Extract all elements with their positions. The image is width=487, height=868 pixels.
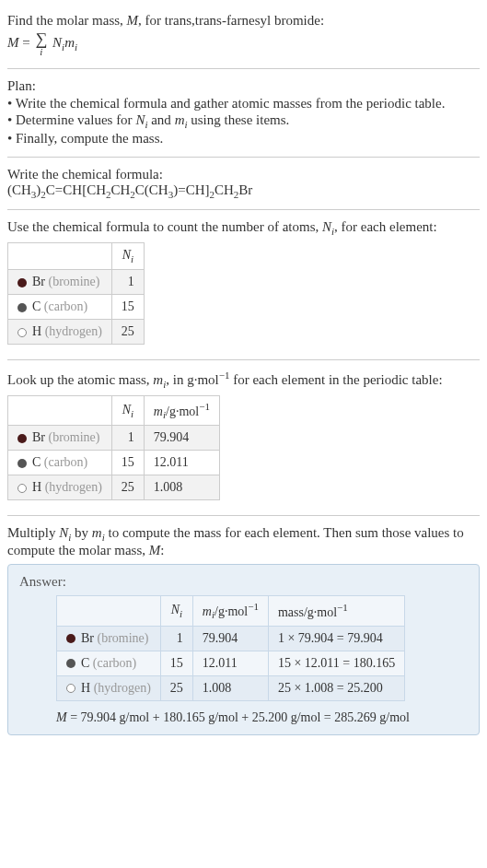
variable-N: N bbox=[52, 35, 62, 50]
header-Ni: Ni bbox=[160, 596, 192, 626]
section-title: Look up the atomic mass, mi, in g·mol−1 … bbox=[7, 369, 480, 390]
table-row: Br (bromine) 1 79.904 bbox=[8, 426, 220, 451]
element-dot-icon bbox=[17, 328, 27, 337]
variable-M: M bbox=[149, 543, 161, 557]
count-atoms-section: Use the chemical formula to count the nu… bbox=[7, 214, 480, 356]
divider bbox=[7, 157, 480, 158]
header-Ni: Ni bbox=[111, 395, 144, 425]
element-cell: H (hydrogen) bbox=[8, 319, 112, 344]
header-mi: mi/g·mol−1 bbox=[192, 596, 268, 626]
variable-mi: mi bbox=[175, 112, 188, 127]
multiply-section: Multiply Ni by mi to compute the mass fo… bbox=[7, 520, 480, 740]
text: and bbox=[147, 112, 174, 127]
element-cell: H (hydrogen) bbox=[57, 675, 161, 700]
element-dot-icon bbox=[66, 684, 75, 693]
element-cell: Br (bromine) bbox=[8, 426, 112, 451]
section-title: Multiply Ni by mi to compute the mass fo… bbox=[7, 525, 480, 558]
chemical-formula-section: Write the chemical formula: (CH3)2C=CH[C… bbox=[7, 161, 480, 205]
atom-count-table: Ni Br (bromine) 1 C (carbon) 15 H (hydro… bbox=[7, 242, 145, 345]
element-dot-icon bbox=[66, 659, 75, 668]
molar-mass-formula: M = ∑i Nimi bbox=[7, 30, 480, 57]
variable-M: M bbox=[7, 35, 19, 50]
calc-cell: 15 × 12.011 = 180.165 bbox=[268, 651, 404, 675]
variable-M: M bbox=[127, 13, 139, 28]
element-cell: C (carbon) bbox=[8, 451, 112, 475]
variable-mi: mi bbox=[92, 525, 105, 540]
answer-box: Answer: Ni mi/g·mol−1 mass/g·mol−1 Br (b… bbox=[7, 564, 480, 734]
table-header-row: Ni mi/g·mol−1 mass/g·mol−1 bbox=[57, 596, 405, 626]
plan-item: • Finally, compute the mass. bbox=[7, 131, 480, 147]
table-header-row: Ni mi/g·mol−1 bbox=[8, 395, 220, 425]
calc-cell: 25 × 1.008 = 25.200 bbox=[268, 675, 404, 700]
count-cell: 1 bbox=[111, 269, 144, 294]
problem-statement: Find the molar mass, M, for trans,trans-… bbox=[7, 7, 480, 65]
variable-Ni: Ni bbox=[322, 219, 334, 234]
table-row: H (hydrogen) 25 1.008 bbox=[8, 475, 220, 500]
atomic-mass-section: Look up the atomic mass, mi, in g·mol−1 … bbox=[7, 364, 480, 511]
atomic-mass-table: Ni mi/g·mol−1 Br (bromine) 1 79.904 C (c… bbox=[7, 395, 220, 500]
element-dot-icon bbox=[17, 303, 27, 312]
variable-m: m bbox=[64, 35, 75, 50]
table-row: C (carbon) 15 bbox=[8, 294, 145, 319]
element-dot-icon bbox=[66, 634, 75, 643]
variable-M: M bbox=[56, 710, 67, 724]
count-cell: 25 bbox=[111, 319, 144, 344]
plan-title: Plan: bbox=[7, 78, 480, 94]
divider bbox=[7, 209, 480, 210]
header-mass: mass/g·mol−1 bbox=[268, 596, 404, 626]
mass-cell: 1.008 bbox=[144, 475, 219, 500]
text: , for trans,trans-farnesyl bromide: bbox=[138, 13, 324, 28]
count-cell: 15 bbox=[111, 294, 144, 319]
final-value: = 79.904 g/mol + 180.165 g/mol + 25.200 … bbox=[67, 710, 410, 724]
element-cell: H (hydrogen) bbox=[8, 475, 112, 500]
sigma-icon: ∑i bbox=[35, 30, 47, 57]
section-title: Write the chemical formula: bbox=[7, 167, 480, 182]
divider bbox=[7, 68, 480, 69]
plan-item: • Determine values for Ni and mi using t… bbox=[7, 112, 480, 130]
divider bbox=[7, 515, 480, 516]
equals: = bbox=[19, 35, 34, 50]
count-cell: 15 bbox=[160, 651, 192, 675]
final-result: M = 79.904 g/mol + 180.165 g/mol + 25.20… bbox=[56, 710, 468, 725]
count-cell: 25 bbox=[111, 475, 144, 500]
count-cell: 1 bbox=[160, 626, 192, 651]
answer-table: Ni mi/g·mol−1 mass/g·mol−1 Br (bromine) … bbox=[56, 595, 405, 700]
header-Ni: Ni bbox=[111, 243, 144, 270]
problem-line1: Find the molar mass, M, for trans,trans-… bbox=[7, 13, 480, 29]
element-cell: Br (bromine) bbox=[8, 269, 112, 294]
mass-cell: 12.011 bbox=[144, 451, 219, 475]
table-header-row: Ni bbox=[8, 243, 145, 270]
term-Ni: Nimi bbox=[52, 35, 77, 50]
table-row: C (carbon) 15 12.011 bbox=[8, 451, 220, 475]
element-dot-icon bbox=[17, 278, 27, 287]
mass-cell: 79.904 bbox=[144, 426, 219, 451]
section-title: Use the chemical formula to count the nu… bbox=[7, 219, 480, 237]
element-cell: Br (bromine) bbox=[57, 626, 161, 651]
count-cell: 25 bbox=[160, 675, 192, 700]
plan-list: • Write the chemical formula and gather … bbox=[7, 96, 480, 147]
answer-label: Answer: bbox=[19, 574, 468, 590]
calc-cell: 1 × 79.904 = 79.904 bbox=[268, 626, 404, 651]
mass-cell: 12.011 bbox=[192, 651, 268, 675]
text: Find the molar mass, bbox=[7, 13, 127, 28]
header-element bbox=[8, 243, 112, 270]
table-row: C (carbon) 15 12.011 15 × 12.011 = 180.1… bbox=[57, 651, 405, 675]
plan-item: • Write the chemical formula and gather … bbox=[7, 96, 480, 111]
mass-cell: 79.904 bbox=[192, 626, 268, 651]
variable-mi: mi bbox=[153, 372, 166, 387]
table-row: Br (bromine) 1 79.904 1 × 79.904 = 79.90… bbox=[57, 626, 405, 651]
table-row: Br (bromine) 1 bbox=[8, 269, 145, 294]
element-dot-icon bbox=[17, 459, 27, 468]
text: • Determine values for bbox=[7, 112, 135, 127]
divider bbox=[7, 359, 480, 360]
mass-cell: 1.008 bbox=[192, 675, 268, 700]
element-cell: C (carbon) bbox=[8, 294, 112, 319]
text: using these items. bbox=[188, 112, 290, 127]
count-cell: 15 bbox=[111, 451, 144, 475]
variable-Ni: Ni bbox=[59, 525, 71, 540]
header-mi: mi/g·mol−1 bbox=[144, 395, 219, 425]
plan-section: Plan: • Write the chemical formula and g… bbox=[7, 73, 480, 153]
header-element bbox=[8, 395, 112, 425]
header-element bbox=[57, 596, 161, 626]
count-cell: 1 bbox=[111, 426, 144, 451]
